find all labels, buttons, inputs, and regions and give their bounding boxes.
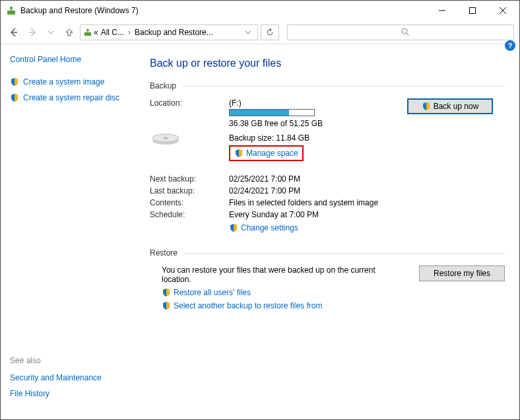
create-repair-disc-link[interactable]: Create a system repair disc [10, 93, 130, 102]
shield-icon [162, 288, 171, 297]
app-icon [6, 5, 16, 16]
svg-point-8 [402, 28, 407, 34]
shield-icon [229, 223, 238, 232]
button-label: Restore my files [434, 269, 490, 278]
next-backup-label: Next backup: [150, 174, 229, 184]
link-label: Change settings [241, 223, 298, 232]
divider [184, 253, 505, 254]
section-label: Backup [150, 81, 176, 90]
maximize-button[interactable] [457, 1, 488, 20]
back-button[interactable] [6, 24, 22, 40]
nav-toolbar: « All C... › Backup and Restore... [1, 20, 519, 44]
contents-label: Contents: [150, 198, 229, 207]
main-panel: ? Back up or restore your files Backup L… [139, 44, 519, 419]
disk-usage-bar [229, 109, 315, 116]
search-input[interactable] [287, 24, 514, 40]
sidebar: Control Panel Home Create a system image… [1, 44, 139, 419]
search-icon [401, 27, 509, 38]
change-settings-link[interactable]: Change settings [229, 223, 505, 232]
button-label: Back up now [434, 102, 479, 111]
svg-point-12 [163, 137, 168, 139]
title-bar: Backup and Restore (Windows 7) [1, 1, 519, 20]
restore-description: You can restore your files that were bac… [162, 265, 393, 284]
next-backup-value: 02/25/2021 7:00 PM [229, 174, 505, 184]
recent-dropdown[interactable] [43, 24, 59, 40]
free-space-text: 36.38 GB free of 51.25 GB [229, 119, 401, 128]
shield-icon [10, 77, 19, 87]
section-label: Restore [150, 248, 178, 258]
schedule-label: Schedule: [150, 210, 229, 219]
up-button[interactable] [61, 24, 77, 40]
shield-icon [234, 149, 244, 158]
shield-icon [162, 301, 171, 310]
crumb-1[interactable]: All C... [100, 28, 125, 37]
link-label: Select another backup to restore files f… [174, 301, 322, 310]
shield-icon [422, 102, 431, 111]
minimize-button[interactable] [427, 1, 457, 20]
address-bar[interactable]: « All C... › Backup and Restore... [80, 24, 258, 40]
last-backup-value: 02/24/2021 7:00 PM [229, 186, 505, 195]
backup-section-header: Backup [150, 81, 505, 90]
crumb-2[interactable]: Backup and Restore... [133, 28, 214, 37]
link-label: Create a system repair disc [23, 93, 119, 102]
close-button[interactable] [488, 1, 518, 20]
forward-button[interactable] [24, 24, 40, 40]
control-panel-home-link[interactable]: Control Panel Home [10, 55, 130, 64]
location-label: Location: [150, 98, 229, 108]
manage-space-link[interactable]: Manage space [246, 149, 298, 158]
drive-icon [150, 126, 181, 146]
window-title: Backup and Restore (Windows 7) [20, 6, 427, 15]
svg-line-9 [406, 33, 409, 36]
crumb-sep-icon: › [125, 28, 133, 37]
security-maintenance-link[interactable]: Security and Maintenance [10, 373, 130, 382]
help-icon[interactable]: ? [505, 40, 515, 51]
link-label: Security and Maintenance [10, 373, 102, 382]
restore-all-users-link[interactable]: Restore all users' files [162, 288, 408, 297]
location-value: (F:) [229, 98, 401, 108]
backup-size-text: Backup size: 11.84 GB [229, 133, 401, 143]
svg-rect-2 [470, 8, 476, 14]
manage-space-highlight: Manage space [229, 145, 304, 161]
last-backup-label: Last backup: [150, 186, 229, 195]
select-another-backup-link[interactable]: Select another backup to restore files f… [162, 301, 408, 310]
restore-my-files-button[interactable]: Restore my files [419, 265, 505, 281]
address-icon [83, 28, 92, 37]
crumb-prefix: « [92, 28, 100, 37]
see-also-heading: See also [10, 356, 130, 365]
link-label: Restore all users' files [174, 288, 251, 297]
create-system-image-link[interactable]: Create a system image [10, 77, 130, 87]
shield-icon [10, 93, 19, 102]
restore-section-header: Restore [150, 248, 505, 258]
file-history-link[interactable]: File History [10, 389, 130, 398]
back-up-now-button[interactable]: Back up now [407, 98, 493, 114]
refresh-button[interactable] [261, 24, 279, 40]
link-label: Create a system image [23, 77, 104, 87]
link-label: File History [10, 389, 49, 398]
page-heading: Back up or restore your files [150, 57, 505, 69]
divider [183, 86, 505, 87]
contents-value: Files in selected folders and system ima… [229, 198, 505, 207]
address-dropdown[interactable] [242, 29, 255, 36]
schedule-value: Every Sunday at 7:00 PM [229, 210, 505, 219]
